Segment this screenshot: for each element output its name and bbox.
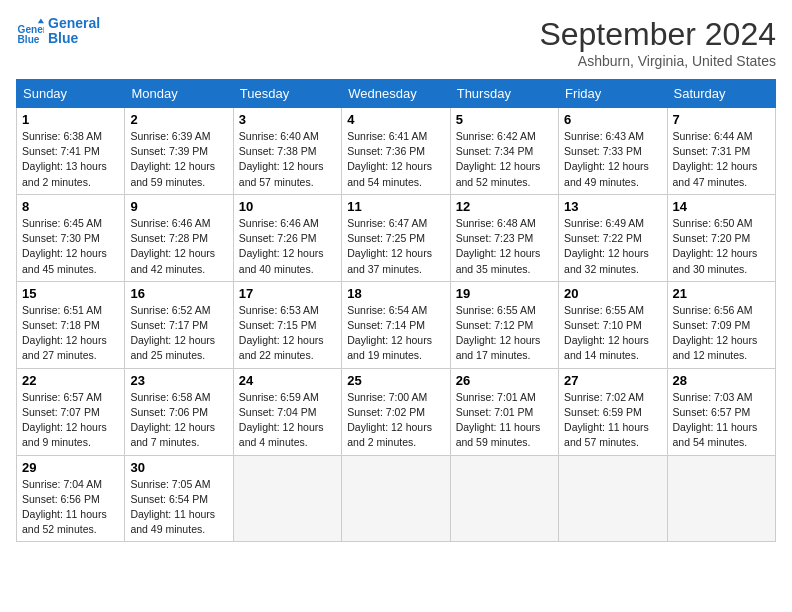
calendar-cell: 13Sunrise: 6:49 AMSunset: 7:22 PMDayligh…	[559, 194, 667, 281]
calendar-header-row: SundayMondayTuesdayWednesdayThursdayFrid…	[17, 80, 776, 108]
cell-info: Sunrise: 6:54 AMSunset: 7:14 PMDaylight:…	[347, 303, 444, 364]
cell-info: Sunrise: 6:39 AMSunset: 7:39 PMDaylight:…	[130, 129, 227, 190]
calendar-cell: 4Sunrise: 6:41 AMSunset: 7:36 PMDaylight…	[342, 108, 450, 195]
day-number: 8	[22, 199, 119, 214]
calendar-cell	[233, 455, 341, 542]
weekday-header: Wednesday	[342, 80, 450, 108]
day-number: 6	[564, 112, 661, 127]
calendar-cell: 26Sunrise: 7:01 AMSunset: 7:01 PMDayligh…	[450, 368, 558, 455]
day-number: 26	[456, 373, 553, 388]
calendar-cell: 24Sunrise: 6:59 AMSunset: 7:04 PMDayligh…	[233, 368, 341, 455]
weekday-header: Saturday	[667, 80, 775, 108]
cell-info: Sunrise: 6:55 AMSunset: 7:10 PMDaylight:…	[564, 303, 661, 364]
day-number: 17	[239, 286, 336, 301]
calendar-cell: 23Sunrise: 6:58 AMSunset: 7:06 PMDayligh…	[125, 368, 233, 455]
calendar-cell	[342, 455, 450, 542]
svg-text:Blue: Blue	[18, 34, 40, 45]
logo-icon: General Blue	[16, 17, 44, 45]
calendar-week-row: 8Sunrise: 6:45 AMSunset: 7:30 PMDaylight…	[17, 194, 776, 281]
calendar-cell: 30Sunrise: 7:05 AMSunset: 6:54 PMDayligh…	[125, 455, 233, 542]
day-number: 29	[22, 460, 119, 475]
calendar-cell: 11Sunrise: 6:47 AMSunset: 7:25 PMDayligh…	[342, 194, 450, 281]
day-number: 14	[673, 199, 770, 214]
calendar-cell: 14Sunrise: 6:50 AMSunset: 7:20 PMDayligh…	[667, 194, 775, 281]
cell-info: Sunrise: 6:57 AMSunset: 7:07 PMDaylight:…	[22, 390, 119, 451]
calendar-cell: 28Sunrise: 7:03 AMSunset: 6:57 PMDayligh…	[667, 368, 775, 455]
calendar-cell: 27Sunrise: 7:02 AMSunset: 6:59 PMDayligh…	[559, 368, 667, 455]
logo-general: General	[48, 16, 100, 31]
title-area: September 2024 Ashburn, Virginia, United…	[539, 16, 776, 69]
calendar-week-row: 22Sunrise: 6:57 AMSunset: 7:07 PMDayligh…	[17, 368, 776, 455]
day-number: 12	[456, 199, 553, 214]
calendar-cell: 25Sunrise: 7:00 AMSunset: 7:02 PMDayligh…	[342, 368, 450, 455]
calendar-cell	[559, 455, 667, 542]
cell-info: Sunrise: 6:51 AMSunset: 7:18 PMDaylight:…	[22, 303, 119, 364]
day-number: 19	[456, 286, 553, 301]
svg-marker-2	[38, 19, 44, 24]
calendar-cell: 15Sunrise: 6:51 AMSunset: 7:18 PMDayligh…	[17, 281, 125, 368]
cell-info: Sunrise: 7:01 AMSunset: 7:01 PMDaylight:…	[456, 390, 553, 451]
cell-info: Sunrise: 7:04 AMSunset: 6:56 PMDaylight:…	[22, 477, 119, 538]
cell-info: Sunrise: 6:44 AMSunset: 7:31 PMDaylight:…	[673, 129, 770, 190]
calendar-cell: 10Sunrise: 6:46 AMSunset: 7:26 PMDayligh…	[233, 194, 341, 281]
day-number: 22	[22, 373, 119, 388]
day-number: 5	[456, 112, 553, 127]
weekday-header: Sunday	[17, 80, 125, 108]
calendar-cell: 21Sunrise: 6:56 AMSunset: 7:09 PMDayligh…	[667, 281, 775, 368]
day-number: 23	[130, 373, 227, 388]
day-number: 21	[673, 286, 770, 301]
page-header: General Blue General Blue September 2024…	[16, 16, 776, 69]
calendar-cell: 18Sunrise: 6:54 AMSunset: 7:14 PMDayligh…	[342, 281, 450, 368]
calendar-cell: 20Sunrise: 6:55 AMSunset: 7:10 PMDayligh…	[559, 281, 667, 368]
day-number: 20	[564, 286, 661, 301]
cell-info: Sunrise: 6:58 AMSunset: 7:06 PMDaylight:…	[130, 390, 227, 451]
cell-info: Sunrise: 6:40 AMSunset: 7:38 PMDaylight:…	[239, 129, 336, 190]
cell-info: Sunrise: 6:46 AMSunset: 7:28 PMDaylight:…	[130, 216, 227, 277]
cell-info: Sunrise: 6:52 AMSunset: 7:17 PMDaylight:…	[130, 303, 227, 364]
cell-info: Sunrise: 6:59 AMSunset: 7:04 PMDaylight:…	[239, 390, 336, 451]
calendar-cell	[450, 455, 558, 542]
cell-info: Sunrise: 6:38 AMSunset: 7:41 PMDaylight:…	[22, 129, 119, 190]
cell-info: Sunrise: 6:43 AMSunset: 7:33 PMDaylight:…	[564, 129, 661, 190]
day-number: 10	[239, 199, 336, 214]
calendar-cell: 3Sunrise: 6:40 AMSunset: 7:38 PMDaylight…	[233, 108, 341, 195]
calendar-week-row: 1Sunrise: 6:38 AMSunset: 7:41 PMDaylight…	[17, 108, 776, 195]
day-number: 25	[347, 373, 444, 388]
calendar-cell: 12Sunrise: 6:48 AMSunset: 7:23 PMDayligh…	[450, 194, 558, 281]
calendar-cell: 8Sunrise: 6:45 AMSunset: 7:30 PMDaylight…	[17, 194, 125, 281]
calendar-body: 1Sunrise: 6:38 AMSunset: 7:41 PMDaylight…	[17, 108, 776, 542]
day-number: 28	[673, 373, 770, 388]
cell-info: Sunrise: 6:41 AMSunset: 7:36 PMDaylight:…	[347, 129, 444, 190]
calendar-cell: 9Sunrise: 6:46 AMSunset: 7:28 PMDaylight…	[125, 194, 233, 281]
day-number: 13	[564, 199, 661, 214]
weekday-header: Thursday	[450, 80, 558, 108]
cell-info: Sunrise: 7:00 AMSunset: 7:02 PMDaylight:…	[347, 390, 444, 451]
cell-info: Sunrise: 6:53 AMSunset: 7:15 PMDaylight:…	[239, 303, 336, 364]
cell-info: Sunrise: 6:50 AMSunset: 7:20 PMDaylight:…	[673, 216, 770, 277]
month-title: September 2024	[539, 16, 776, 53]
cell-info: Sunrise: 6:47 AMSunset: 7:25 PMDaylight:…	[347, 216, 444, 277]
day-number: 16	[130, 286, 227, 301]
day-number: 11	[347, 199, 444, 214]
cell-info: Sunrise: 6:48 AMSunset: 7:23 PMDaylight:…	[456, 216, 553, 277]
weekday-header: Friday	[559, 80, 667, 108]
calendar-cell: 5Sunrise: 6:42 AMSunset: 7:34 PMDaylight…	[450, 108, 558, 195]
calendar-week-row: 15Sunrise: 6:51 AMSunset: 7:18 PMDayligh…	[17, 281, 776, 368]
weekday-header: Monday	[125, 80, 233, 108]
cell-info: Sunrise: 6:46 AMSunset: 7:26 PMDaylight:…	[239, 216, 336, 277]
calendar-week-row: 29Sunrise: 7:04 AMSunset: 6:56 PMDayligh…	[17, 455, 776, 542]
cell-info: Sunrise: 6:56 AMSunset: 7:09 PMDaylight:…	[673, 303, 770, 364]
calendar-cell: 2Sunrise: 6:39 AMSunset: 7:39 PMDaylight…	[125, 108, 233, 195]
day-number: 24	[239, 373, 336, 388]
cell-info: Sunrise: 6:45 AMSunset: 7:30 PMDaylight:…	[22, 216, 119, 277]
weekday-header: Tuesday	[233, 80, 341, 108]
calendar-cell: 7Sunrise: 6:44 AMSunset: 7:31 PMDaylight…	[667, 108, 775, 195]
day-number: 3	[239, 112, 336, 127]
cell-info: Sunrise: 6:49 AMSunset: 7:22 PMDaylight:…	[564, 216, 661, 277]
calendar-table: SundayMondayTuesdayWednesdayThursdayFrid…	[16, 79, 776, 542]
day-number: 30	[130, 460, 227, 475]
day-number: 2	[130, 112, 227, 127]
cell-info: Sunrise: 6:42 AMSunset: 7:34 PMDaylight:…	[456, 129, 553, 190]
cell-info: Sunrise: 6:55 AMSunset: 7:12 PMDaylight:…	[456, 303, 553, 364]
day-number: 1	[22, 112, 119, 127]
